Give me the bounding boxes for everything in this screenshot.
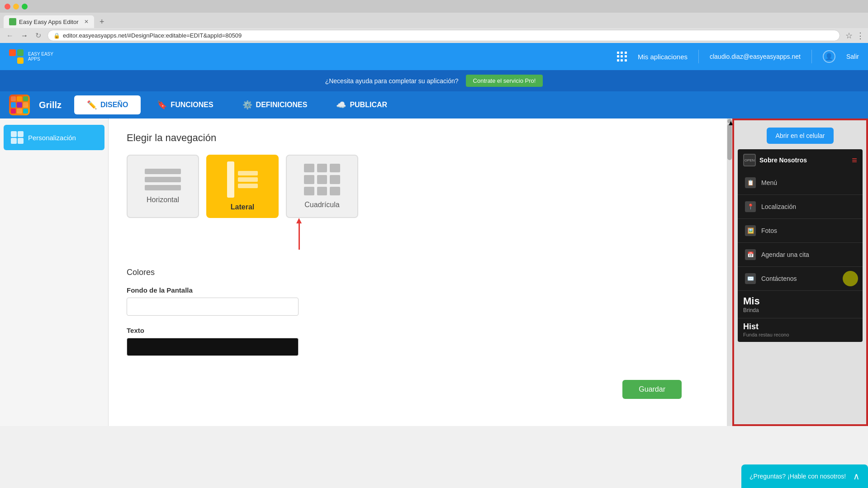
preview-history: Hist Funda restau recono — [738, 318, 863, 342]
sub-nav: ✏️ DISEÑO 🔖 FUNCIONES ⚙️ DEFINICIONES ☁️… — [74, 95, 400, 114]
history-body: Funda restau recono — [743, 332, 857, 338]
scroll-track[interactable]: ▲ — [727, 118, 732, 426]
contact-icon: ✉️ — [745, 273, 756, 284]
phone-header-title: Sobre Nosotros — [759, 156, 807, 164]
forward-button[interactable]: → — [18, 31, 31, 41]
nav-item-cita[interactable]: 📅 Agendar una cita — [738, 243, 863, 267]
nav-option-cuadricula[interactable]: Cuadrícula — [286, 155, 358, 218]
nav-item-menu[interactable]: 📋 Menú — [738, 171, 863, 195]
address-text: editor.easyeasyapps.net/#DesignPlace:edi… — [63, 32, 242, 39]
logout-link[interactable]: Salir — [846, 53, 859, 60]
content-area: Elegir la navegación Horizontal — [109, 118, 727, 426]
header-divider-1 — [698, 50, 699, 63]
sidebar-item-personalizacion[interactable]: Personalización — [4, 125, 104, 150]
lateral-label: Lateral — [231, 203, 254, 211]
logo-cell-3 — [9, 57, 16, 64]
side-subtitle: Brinda — [743, 307, 857, 313]
tab-diseno[interactable]: ✏️ DISEÑO — [74, 95, 141, 114]
logo-area: EASY EASY APPS — [9, 49, 53, 64]
tab-definiciones[interactable]: ⚙️ DEFINICIONES — [230, 95, 320, 114]
new-tab-button[interactable]: + — [96, 17, 108, 27]
text-color-label: Texto — [127, 327, 709, 334]
text-color-input[interactable] — [127, 338, 299, 356]
window-close[interactable] — [5, 4, 10, 9]
nav-item-localizacion[interactable]: 📍 Localización — [738, 195, 863, 219]
window-maximize[interactable] — [22, 4, 28, 9]
app-header: EASY EASY APPS Mis aplicaciones claudio.… — [0, 43, 868, 70]
pro-cta-button[interactable]: Contrate el servicio Pro! — [466, 75, 543, 87]
chat-close-icon[interactable]: ∧ — [853, 471, 860, 482]
tab-funciones[interactable]: 🔖 FUNCIONES — [144, 95, 226, 114]
funciones-icon: 🔖 — [157, 100, 167, 110]
sidebar-item-label: Personalización — [28, 134, 76, 142]
navigation-title: Elegir la navegación — [127, 132, 709, 144]
lateral-icon — [227, 161, 258, 198]
preview-side-content: Mis Brinda — [738, 291, 863, 318]
photos-icon: 🖼️ — [745, 225, 756, 236]
history-title: Hist — [743, 322, 857, 332]
lateral-arrow-indicator — [262, 223, 263, 254]
scroll-thumb[interactable] — [727, 124, 732, 160]
nav-option-lateral[interactable]: Lateral — [206, 155, 279, 218]
user-email: claudio.diaz@easyeasyapps.net — [710, 53, 801, 60]
user-avatar-icon: 👤 — [823, 50, 835, 63]
app-icon — [9, 95, 30, 115]
apps-grid-icon — [617, 52, 627, 62]
horizontal-icon — [145, 169, 181, 190]
window-top-bar — [0, 0, 868, 13]
browser-nav-buttons: ← → ↻ — [4, 30, 44, 41]
lock-icon: 🔒 — [53, 33, 60, 39]
scroll-arrow-up[interactable]: ▲ — [727, 119, 732, 123]
arrow-head — [296, 218, 302, 223]
bookmark-button[interactable]: ☆ — [845, 31, 853, 41]
tab-title: Easy Easy Apps Editor — [19, 19, 79, 25]
header-nav: Mis aplicaciones claudio.diaz@easyeasyap… — [617, 50, 859, 63]
main-area: Personalización Elegir la navegación Hor… — [0, 118, 868, 426]
background-color-input[interactable] — [127, 298, 299, 316]
mis-aplicaciones-link[interactable]: Mis aplicaciones — [638, 53, 688, 61]
phone-header: OPEN Sobre Nosotros ≡ — [738, 149, 863, 171]
app-name: Grillz — [39, 100, 62, 110]
tab-close[interactable]: ✕ — [84, 19, 89, 25]
chat-widget[interactable]: ¿Preguntas? ¡Hable con nosotros! ∧ — [741, 464, 868, 488]
tab-publicar[interactable]: ☁️ PUBLICAR — [323, 95, 400, 114]
background-color-field: Fondo de la Pantalla — [127, 286, 709, 316]
reload-button[interactable]: ↻ — [33, 30, 44, 41]
logo-cell-4 — [17, 57, 24, 64]
browser-tab[interactable]: Easy Easy Apps Editor ✕ — [4, 15, 94, 28]
back-button[interactable]: ← — [4, 31, 16, 41]
menu-button[interactable]: ⋮ — [856, 31, 864, 41]
colors-section: Colores Fondo de la Pantalla Texto — [127, 268, 709, 356]
tab-favicon — [9, 18, 16, 25]
logo-text: EASY EASY APPS — [28, 52, 53, 62]
logo-cell-2 — [17, 49, 24, 56]
hamburger-menu-icon[interactable]: ≡ — [852, 155, 857, 166]
content-wrapper: Elegir la navegación Horizontal — [109, 118, 732, 426]
banner-message: ¿Necesita ayuda para completar su aplica… — [325, 77, 459, 85]
text-color-field: Texto — [127, 327, 709, 356]
location-icon: 📍 — [745, 201, 756, 212]
sidebar: Personalización — [0, 118, 109, 426]
sub-header: Grillz ✏️ DISEÑO 🔖 FUNCIONES ⚙️ DEFINICI… — [0, 91, 868, 118]
calendar-icon: 📅 — [745, 249, 756, 260]
definiciones-icon: ⚙️ — [242, 100, 252, 110]
address-bar[interactable]: 🔒 editor.easyeasyapps.net/#DesignPlace:e… — [47, 30, 840, 41]
diseno-icon: ✏️ — [87, 100, 97, 110]
publicar-icon: ☁️ — [336, 100, 346, 110]
browser-actions: ☆ ⋮ — [845, 31, 864, 41]
nav-option-horizontal[interactable]: Horizontal — [127, 155, 199, 218]
nav-item-fotos[interactable]: 🖼️ Fotos — [738, 219, 863, 243]
preview-panel: Abrir en el celular OPEN Sobre Nosotros … — [732, 118, 868, 426]
nav-options: Horizontal Lateral — [127, 155, 709, 218]
side-title: Mis — [743, 295, 857, 307]
chat-widget-text: ¿Preguntas? ¡Hable con nosotros! — [749, 473, 846, 480]
browser-navbar: ← → ↻ 🔒 editor.easyeasyapps.net/#DesignP… — [0, 28, 868, 43]
background-color-label: Fondo de la Pantalla — [127, 286, 709, 294]
nav-item-contacto[interactable]: ✉️ Contáctenos — [738, 267, 863, 291]
cuadricula-icon — [304, 164, 340, 195]
open-on-phone-button[interactable]: Abrir en el celular — [767, 128, 834, 144]
menu-icon: 📋 — [745, 177, 756, 188]
phone-frame: OPEN Sobre Nosotros ≡ 📋 Menú 📍 Localizac… — [738, 149, 863, 342]
save-button[interactable]: Guardar — [622, 380, 682, 399]
window-minimize[interactable] — [13, 4, 19, 9]
